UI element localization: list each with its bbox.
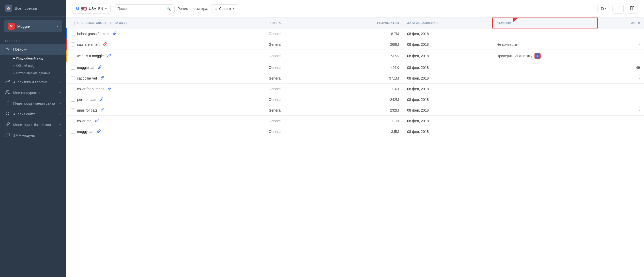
aug-cell: - (597, 105, 644, 116)
link-icon[interactable] (107, 54, 111, 58)
group-column-header[interactable]: ГРУППА (265, 18, 334, 28)
link-icon[interactable] (103, 42, 107, 47)
copy-icon: ⧉ (601, 6, 604, 11)
row-checkbox[interactable] (71, 76, 75, 80)
results-cell: 1.3B (334, 116, 403, 126)
notes-badge[interactable]: 2 (534, 53, 541, 59)
notes-cell (493, 73, 597, 84)
row-checkbox[interactable] (71, 108, 75, 112)
keyword-cell: indoor grass for cats (67, 28, 265, 39)
copy-chevron-icon: ▾ (605, 7, 606, 10)
positions-chevron-icon: ▴ (59, 48, 61, 51)
link-icon[interactable] (98, 65, 101, 70)
sidebar-subitem-detailed[interactable]: Подробный вид (13, 55, 66, 62)
keyword-cell: cats are smart (67, 39, 265, 50)
notes-cell: Не конвертит (493, 39, 597, 50)
row-checkbox[interactable] (71, 54, 75, 58)
promotion-label: План продвижения сайта (13, 101, 56, 105)
row-checkbox[interactable] (71, 98, 75, 102)
aug-cell: - (597, 126, 644, 137)
country-label: USA (89, 7, 96, 11)
promotion-icon (5, 101, 10, 106)
row-checkbox[interactable] (71, 66, 75, 70)
keyword-text: apps for cats (77, 108, 97, 112)
table-row: what is a moggie General 515K 08 фев, 20… (67, 50, 644, 62)
sidebar-item-backlinks[interactable]: Мониторинг бэклинков ▾ (0, 119, 66, 130)
link-icon[interactable] (101, 108, 104, 112)
table-row: collar for humans General 1.4B 08 фев, 2… (67, 84, 644, 94)
copy-button[interactable]: ⧉ ▾ (597, 4, 609, 13)
filter-button[interactable] (612, 4, 624, 14)
sidebar-item-promotion[interactable]: План продвижения сайта ▾ (0, 98, 66, 109)
row-checkbox[interactable] (71, 130, 75, 134)
aug-cell: - (597, 73, 644, 84)
sidebar-item-competitors[interactable]: Мои конкуренты ▾ (0, 87, 66, 98)
search-engine-selector[interactable]: G 🇺🇸 USA EN ▾ (72, 4, 111, 14)
row-checkbox[interactable] (71, 119, 75, 123)
link-icon[interactable] (113, 32, 116, 36)
site-analysis-chevron-icon: ▾ (59, 113, 61, 116)
row-checkbox[interactable] (71, 87, 75, 91)
positions-icon (5, 47, 10, 52)
view-mode-chevron-icon: ▾ (233, 7, 235, 10)
row-checkbox[interactable] (71, 42, 75, 47)
analytics-chevron-icon: ▾ (59, 81, 61, 84)
keyword-text: indoor grass for cats (77, 32, 109, 36)
keywords-count: (1 - 22 ИЗ 22) (109, 21, 129, 24)
smm-icon (5, 133, 10, 138)
aug-cell: - (597, 39, 644, 50)
group-cell: General (265, 84, 334, 94)
keyword-cell: moggy cat (67, 126, 265, 137)
notes-column-header[interactable]: ЗАМЕТКИ (493, 18, 597, 28)
keyword-text: cat collar vet (77, 76, 97, 80)
date-cell: 08 фев, 2018 (403, 62, 493, 73)
note-text: Не конвертит (497, 42, 519, 47)
date-column-header[interactable]: ДАТА ДОБАВЛЕНИЯ (403, 18, 493, 28)
columns-button[interactable] (627, 4, 638, 14)
keywords-column-header[interactable]: КЛЮЧЕВЫЕ СЛОВА (1 - 22 ИЗ 22) (67, 18, 265, 28)
site-analysis-label: Анализ сайта (13, 112, 56, 116)
link-icon[interactable] (101, 76, 104, 80)
backlinks-icon (5, 122, 10, 128)
sidebar-item-analytics[interactable]: Аналитика и трафик ▾ (0, 77, 66, 87)
results-column-header[interactable]: РЕЗУЛЬТАТОВ (334, 18, 403, 28)
notes-cell (493, 84, 597, 94)
table-row: collar me General 1.3B 08 фев, 2018 - (67, 116, 644, 126)
table-row: moggie cat General 491K 08 фев, 2018 49 (67, 62, 644, 73)
date-cell: 08 фев, 2018 (403, 116, 493, 126)
sidebar-subitem-history[interactable]: Исторические данные (13, 69, 66, 77)
sidebar-item-positions[interactable]: Позиции ▴ (0, 44, 66, 55)
competitors-label: Мои конкуренты (13, 91, 56, 95)
dim-dot-2 (13, 72, 15, 74)
detailed-label: Подробный вид (16, 56, 43, 60)
search-box[interactable]: 🔍 (114, 4, 175, 13)
aug-cell: - (597, 84, 644, 94)
results-cell: 1.4B (334, 84, 403, 94)
view-mode-selector[interactable]: ≡ Список ▾ (211, 4, 238, 13)
row-checkbox[interactable] (71, 32, 75, 36)
date-cell: 08 фев, 2018 (403, 126, 493, 137)
table-row: indoor grass for cats General 8.7M 08 фе… (67, 28, 644, 39)
results-cell: 491K (334, 62, 403, 73)
svg-rect-13 (633, 6, 634, 10)
link-icon[interactable] (100, 97, 103, 102)
link-icon[interactable] (108, 87, 111, 91)
link-icon[interactable] (95, 119, 99, 123)
aug-column-header[interactable]: АВГ 9 (597, 18, 644, 28)
keyword-text: collar me (77, 119, 91, 123)
search-input[interactable] (117, 7, 164, 11)
filter-icon (616, 6, 620, 11)
aug-cell: - (597, 50, 644, 62)
date-cell: 08 фев, 2018 (403, 84, 493, 94)
workspace-selector[interactable]: M Moggie ▾ (4, 20, 62, 32)
select-all-checkbox[interactable] (71, 21, 75, 25)
all-projects-link[interactable]: 🏠 Все проекты (0, 0, 66, 17)
table-header-row: КЛЮЧЕВЫЕ СЛОВА (1 - 22 ИЗ 22) ГРУППА РЕЗ… (67, 18, 644, 28)
link-icon[interactable] (97, 129, 101, 134)
sidebar-item-site-analysis[interactable]: Анализ сайта ▾ (0, 109, 66, 119)
sidebar-subitem-general[interactable]: Общий вид (13, 62, 66, 69)
table-body: indoor grass for cats General 8.7M 08 фе… (67, 28, 644, 137)
country-chevron-icon: ▾ (105, 7, 107, 10)
sidebar-item-smm[interactable]: SMM-модуль ▾ (0, 130, 66, 141)
note-text: Проверить аналитику (497, 54, 532, 58)
